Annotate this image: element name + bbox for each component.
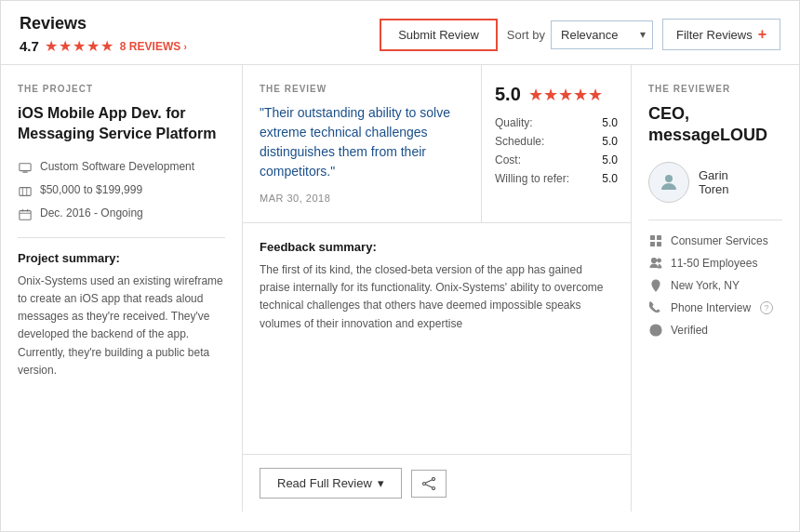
score-stars: ★★★★★ (528, 85, 603, 105)
feedback-section: Feedback summary: The first of its kind,… (243, 223, 631, 454)
svg-rect-15 (650, 235, 655, 240)
reviews-count[interactable]: 8 REVIEWS › (120, 40, 187, 53)
feedback-label: Feedback summary: (260, 240, 614, 254)
chevron-down-icon: ▾ (378, 476, 384, 490)
feedback-text: The first of its kind, the closed-beta v… (260, 261, 614, 333)
svg-rect-17 (650, 242, 655, 246)
reviewer-avatar-row: Garin Toren (648, 162, 782, 203)
grid-icon (648, 233, 663, 248)
project-col-label: THE PROJECT (18, 84, 225, 94)
score-header: 5.0 ★★★★★ (495, 84, 618, 105)
svg-rect-1 (22, 171, 27, 172)
reviewer-meta-industry: Consumer Services (648, 233, 782, 248)
read-full-review-row: Read Full Review ▾ (243, 454, 631, 512)
avatar (648, 162, 689, 203)
sort-select[interactable]: Relevance Date Rating (551, 20, 653, 49)
reviewer-location: New York, NY (671, 279, 740, 292)
reviews-title-block: Reviews 4.7 ★★★★★ 8 REVIEWS › (20, 14, 187, 55)
score-row-refer: Willing to refer: 5.0 (495, 172, 618, 185)
svg-point-19 (652, 258, 657, 262)
location-icon (648, 278, 663, 293)
svg-line-13 (425, 484, 433, 486)
svg-line-12 (425, 479, 433, 482)
project-service-text: Custom Software Development (40, 160, 194, 173)
phone-icon (648, 300, 663, 315)
share-icon (421, 477, 436, 490)
project-column: THE PROJECT iOS Mobile App Dev. for Mess… (1, 65, 243, 512)
reviewer-meta: Consumer Services 11-50 Employees New Yo… (648, 233, 782, 338)
project-meta: Custom Software Development $50,000 to $… (18, 160, 225, 222)
reviewer-industry: Consumer Services (671, 234, 768, 247)
sort-select-wrapper: Relevance Date Rating (551, 20, 653, 49)
reviewer-column: THE REVIEWER CEO, messageLOUD Garin Tore… (632, 65, 799, 512)
read-full-review-button[interactable]: Read Full Review ▾ (260, 468, 402, 499)
reviewer-divider (648, 219, 782, 220)
reviewer-title: CEO, messageLOUD (648, 103, 782, 147)
calendar-icon (18, 207, 33, 222)
score-row-quality: Quality: 5.0 (495, 116, 618, 129)
overall-score: 5.0 (495, 84, 521, 105)
project-summary-text: Onix-Systems used an existing wireframe … (18, 273, 225, 379)
svg-point-14 (665, 175, 673, 182)
stars: ★★★★★ (45, 37, 114, 55)
project-summary-label: Project summary: (18, 251, 225, 265)
reviewer-meta-employees: 11-50 Employees (648, 256, 782, 271)
reviewer-interview: Phone Interview (671, 301, 751, 314)
review-quote-section: THE REVIEW "Their outstanding ability to… (243, 65, 482, 222)
project-date-text: Dec. 2016 - Ongoing (40, 206, 143, 219)
svg-rect-2 (20, 187, 31, 195)
score-label-schedule: Schedule: (495, 135, 544, 148)
sort-by-label: Sort by (507, 28, 545, 42)
review-date: MAR 30, 2018 (260, 193, 464, 204)
svg-point-11 (422, 482, 425, 485)
review-quote: "Their outstanding ability to solve extr… (260, 103, 464, 181)
reviewer-col-label: THE REVIEWER (648, 84, 782, 94)
score-row-schedule: Schedule: 5.0 (495, 135, 618, 148)
monitor-icon (18, 161, 33, 176)
svg-point-10 (432, 486, 434, 489)
svg-point-9 (432, 477, 434, 480)
dollar-icon (18, 184, 33, 199)
review-col-label: THE REVIEW (260, 84, 464, 94)
reviewer-meta-verified: Verified (648, 323, 782, 338)
score-label-quality: Quality: (495, 116, 533, 129)
review-scores-section: 5.0 ★★★★★ Quality: 5.0 Schedule: 5.0 Cos… (482, 65, 631, 222)
reviewer-employees: 11-50 Employees (671, 257, 757, 270)
rating-number: 4.7 (20, 38, 39, 54)
score-val-schedule: 5.0 (602, 135, 618, 148)
project-divider (18, 237, 225, 238)
person-icon (658, 171, 680, 193)
score-row-cost: Cost: 5.0 (495, 153, 618, 166)
score-val-quality: 5.0 (602, 116, 618, 129)
reviewer-name: Garin Toren (699, 168, 729, 196)
review-content: THE PROJECT iOS Mobile App Dev. for Mess… (1, 65, 799, 512)
score-val-refer: 5.0 (602, 172, 618, 185)
review-top: THE REVIEW "Their outstanding ability to… (243, 65, 631, 223)
svg-rect-0 (20, 164, 31, 171)
meta-item-date: Dec. 2016 - Ongoing (18, 206, 225, 222)
score-label-refer: Willing to refer: (495, 172, 569, 185)
share-button[interactable] (411, 470, 447, 498)
help-icon[interactable]: ? (760, 301, 773, 314)
svg-rect-5 (20, 210, 31, 219)
svg-rect-18 (657, 242, 661, 246)
submit-review-button[interactable]: Submit Review (380, 19, 498, 51)
users-icon (648, 256, 663, 271)
project-title: iOS Mobile App Dev. for Messaging Servic… (18, 103, 225, 145)
filter-reviews-button[interactable]: Filter Reviews + (662, 19, 780, 50)
score-label-cost: Cost: (495, 153, 521, 166)
svg-point-20 (658, 259, 661, 262)
reviewer-meta-interview: Phone Interview ? (648, 300, 782, 315)
project-budget-text: $50,000 to $199,999 (40, 183, 142, 196)
header-actions: Submit Review Sort by Relevance Date Rat… (380, 19, 780, 51)
svg-point-21 (655, 282, 658, 285)
reviews-header: Reviews 4.7 ★★★★★ 8 REVIEWS › Submit Rev… (1, 1, 799, 65)
review-column: THE REVIEW "Their outstanding ability to… (243, 65, 632, 512)
reviews-rating-row: 4.7 ★★★★★ 8 REVIEWS › (20, 37, 187, 55)
filter-plus-icon: + (758, 26, 767, 43)
reviewer-verified: Verified (671, 324, 708, 337)
meta-item-budget: $50,000 to $199,999 (18, 183, 225, 199)
sort-by-container: Sort by Relevance Date Rating (507, 20, 653, 49)
svg-rect-16 (657, 235, 661, 240)
check-circle-icon (648, 323, 663, 338)
